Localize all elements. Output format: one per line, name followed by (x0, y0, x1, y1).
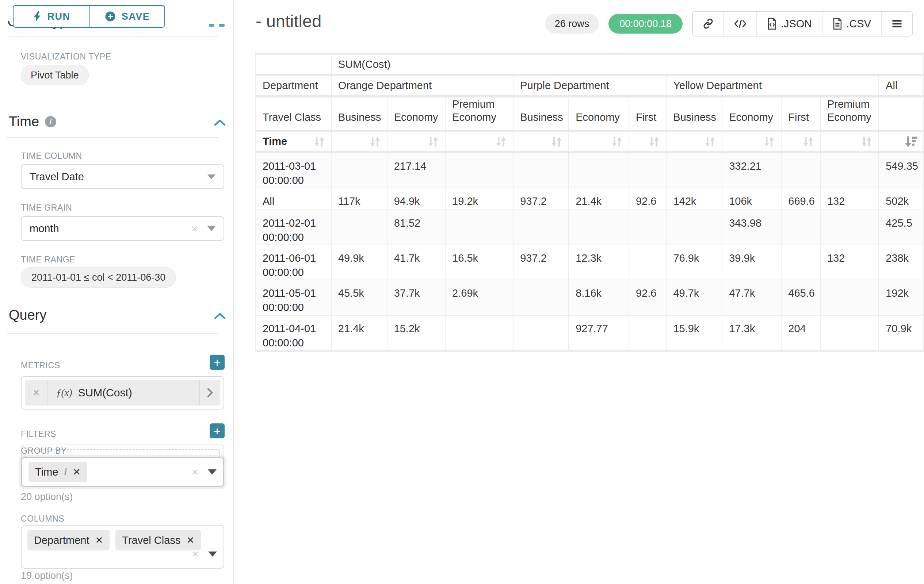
pivot-cell (629, 245, 666, 280)
columns-chip[interactable]: Department ✕ (27, 530, 110, 550)
copy-link-button[interactable] (693, 12, 724, 36)
pivot-cell: 332.21 (722, 152, 781, 188)
pivot-cell: 106k (722, 188, 781, 210)
subcolumn-dimension-label: Travel Class (256, 96, 331, 131)
column-sort-header[interactable] (513, 131, 569, 152)
remove-chip-icon[interactable]: ✕ (73, 466, 81, 478)
pivot-cell (820, 152, 879, 188)
pivot-cell: 76.9k (666, 245, 722, 280)
pivot-cell (445, 152, 513, 188)
column-sort-header[interactable] (879, 131, 924, 152)
pivot-cell (820, 280, 879, 315)
pivot-row: 2011-05-0100:00:0045.5k37.7k2.69k8.16k92… (256, 280, 924, 315)
run-save-button-group: RUN SAVE (13, 5, 165, 28)
department-group-header: Yellow Department (666, 75, 879, 96)
lightning-icon (33, 11, 42, 22)
chevron-remnant-icon (219, 24, 224, 26)
group-by-chip-label: Time (35, 466, 58, 478)
sort-icon (313, 135, 326, 148)
columns-chip[interactable]: Travel Class ✕ (116, 530, 201, 550)
divider (7, 333, 218, 334)
expand-metric-icon[interactable] (199, 380, 220, 406)
filters-label: FILTERS (21, 429, 56, 439)
pivot-cell (666, 210, 722, 245)
column-sort-header[interactable] (331, 131, 387, 152)
pivot-table-container: SUM(Cost)DepartmentOrange DepartmentPurp… (255, 53, 924, 352)
visualization-type-pill[interactable]: Pivot Table (21, 65, 89, 86)
column-sort-header[interactable] (722, 131, 781, 152)
pivot-cell: 81.52 (387, 210, 445, 245)
group-by-option-count: 20 option(s) (21, 491, 73, 503)
link-icon (703, 18, 714, 29)
column-sort-header[interactable] (629, 131, 666, 152)
pivot-cell: 549.35 (879, 152, 924, 188)
pivot-cell: 49.7k (666, 280, 722, 315)
export-csv-label: .CSV (846, 18, 871, 30)
chart-title[interactable]: - untitled (256, 11, 322, 31)
column-sort-header[interactable] (820, 131, 879, 152)
metric-chip[interactable]: × ƒ(x) SUM(Cost) (25, 380, 220, 406)
column-sort-header[interactable] (387, 131, 445, 152)
remove-chip-icon[interactable]: ✕ (95, 535, 103, 546)
group-by-label: GROUP BY (21, 446, 67, 456)
pivot-cell: 47.7k (722, 280, 781, 315)
pivot-cell (781, 210, 820, 245)
view-query-button[interactable] (724, 12, 757, 36)
clear-icon[interactable]: × (192, 548, 199, 559)
column-sort-header[interactable] (445, 131, 513, 152)
travel-class-header: First (629, 96, 666, 131)
clear-icon[interactable]: × (191, 223, 198, 234)
chevron-down-icon[interactable] (208, 174, 216, 179)
export-json-button[interactable]: .JSON (757, 12, 822, 36)
pivot-cell (331, 210, 387, 245)
row-dimension-sort-header[interactable]: Time (256, 131, 331, 152)
time-grain-select[interactable]: month × (21, 216, 224, 241)
pivot-cell: 117k (331, 188, 387, 210)
chevron-down-icon[interactable] (208, 226, 216, 231)
pivot-cell (820, 210, 879, 245)
travel-class-header: Economy (569, 96, 629, 131)
pivot-cell (820, 315, 879, 351)
column-sort-header[interactable] (569, 131, 629, 152)
pivot-cell (445, 210, 513, 245)
collapse-time-chevron-icon[interactable] (214, 119, 226, 126)
visualization-type-label: VISUALIZATION TYPE (21, 52, 111, 62)
clear-icon[interactable]: × (192, 466, 198, 478)
pivot-row: 2011-06-0100:00:0049.9k41.7k16.5k937.212… (256, 245, 924, 280)
divider (7, 36, 218, 37)
pivot-row: All117k94.9k19.2k937.221.4k92.6142k106k6… (256, 188, 924, 210)
remove-metric-icon[interactable]: × (25, 380, 48, 406)
pivot-cell: 39.9k (722, 245, 781, 280)
department-group-header: Purple Department (513, 75, 666, 96)
sort-icon (762, 135, 776, 148)
export-csv-button[interactable]: .CSV (822, 12, 882, 36)
pivot-cell: 92.6 (629, 280, 666, 315)
remove-chip-icon[interactable]: ✕ (186, 535, 194, 546)
column-sort-header[interactable] (781, 131, 820, 152)
group-by-select[interactable]: Time i ✕ × (21, 457, 224, 487)
chevron-down-icon[interactable] (208, 551, 217, 557)
time-range-pill[interactable]: 2011-01-01 ≤ col < 2011-06-30 (21, 267, 176, 288)
run-button[interactable]: RUN (13, 5, 90, 28)
sort-icon (550, 135, 563, 148)
add-metric-button[interactable]: + (210, 355, 224, 370)
collapse-query-chevron-icon[interactable] (214, 313, 226, 320)
sort-icon (427, 135, 440, 148)
time-column-select[interactable]: Travel Date (21, 164, 224, 189)
pivot-cell: 142k (666, 188, 722, 210)
pivot-row: 2011-02-0100:00:0081.52343.98425.5 (256, 210, 924, 245)
save-button[interactable]: SAVE (90, 5, 165, 28)
column-sort-header[interactable] (666, 131, 722, 152)
travel-class-header (879, 96, 924, 131)
group-by-chip[interactable]: Time i ✕ (28, 462, 87, 482)
time-grain-label: TIME GRAIN (21, 203, 72, 213)
row-count-badge: 26 rows (545, 14, 599, 34)
columns-select[interactable]: Department ✕ Travel Class ✕ × (21, 525, 224, 569)
add-filter-plus-button[interactable]: + (210, 423, 224, 438)
sort-icon (648, 135, 661, 148)
menu-button[interactable] (882, 12, 912, 36)
export-toolbar: .JSON .CSV (692, 11, 913, 36)
chevron-down-icon[interactable] (208, 469, 216, 474)
metric-name: SUM(Cost) (78, 387, 132, 399)
pivot-cell: 21.4k (331, 315, 387, 351)
